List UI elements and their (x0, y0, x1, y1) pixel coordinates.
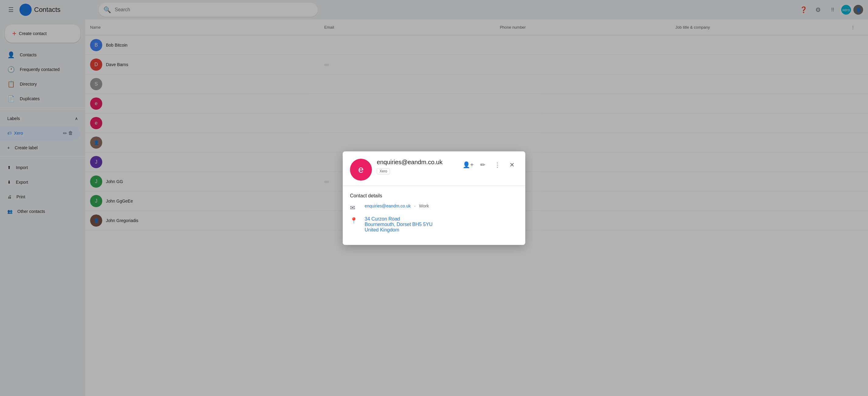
contact-card: e enquiries@eandm.co.uk Xero 👤+ ✏ ⋮ ✕ (343, 151, 525, 245)
card-body: Contact details ✉ enquiries@eandm.co.uk … (343, 186, 525, 245)
email-detail-row: ✉ enquiries@eandm.co.uk · Work (350, 203, 518, 211)
card-info: enquiries@eandm.co.uk Xero (377, 159, 457, 174)
card-email-type: · (414, 203, 415, 208)
add-contact-button[interactable]: 👤+ (462, 159, 474, 171)
card-avatar-letter: e (358, 164, 364, 175)
card-email-label: Work (419, 203, 429, 208)
card-actions: 👤+ ✏ ⋮ ✕ (462, 159, 518, 171)
address-line1[interactable]: 34 Curzon Road (365, 216, 432, 222)
edit-pencil-icon: ✏ (480, 161, 486, 168)
card-tag: Xero (377, 168, 390, 174)
address-detail-row: 📍 34 Curzon Road Bournemouth, Dorset BH5… (350, 216, 518, 233)
card-email-address[interactable]: enquiries@eandm.co.uk (365, 203, 410, 208)
address-line2[interactable]: Bournemouth, Dorset BH5 5YU (365, 222, 432, 227)
more-dots-icon: ⋮ (494, 161, 500, 168)
card-contact-name: enquiries@eandm.co.uk (377, 159, 457, 166)
email-icon: ✉ (350, 204, 357, 211)
edit-button[interactable]: ✏ (476, 159, 489, 171)
card-section-title: Contact details (350, 193, 518, 199)
close-button[interactable]: ✕ (506, 159, 518, 171)
overlay[interactable]: e enquiries@eandm.co.uk Xero 👤+ ✏ ⋮ ✕ (0, 0, 868, 396)
add-person-icon: 👤+ (463, 161, 474, 168)
card-email-content: enquiries@eandm.co.uk · Work (365, 203, 429, 208)
location-icon: 📍 (350, 217, 357, 224)
card-avatar: e (350, 159, 372, 181)
card-address-content: 34 Curzon Road Bournemouth, Dorset BH5 5… (365, 216, 432, 233)
more-options-button[interactable]: ⋮ (491, 159, 503, 171)
address-line3[interactable]: United Kingdom (365, 227, 432, 233)
card-header: e enquiries@eandm.co.uk Xero 👤+ ✏ ⋮ ✕ (343, 151, 525, 186)
close-icon: ✕ (509, 161, 515, 168)
